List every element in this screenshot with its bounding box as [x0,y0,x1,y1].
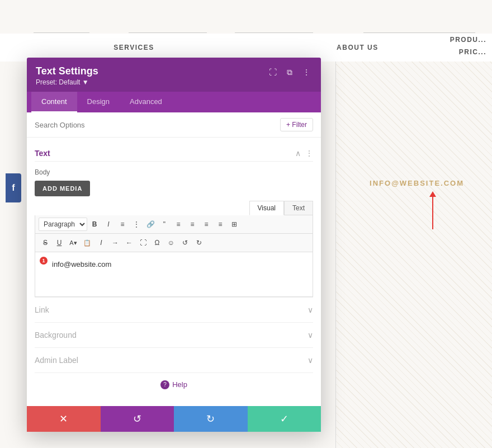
deco-line-3 [235,32,313,33]
emoji-button[interactable]: ☺ [164,236,178,249]
admin-label-section[interactable]: Admin Label ∨ [35,347,313,372]
facebook-icon[interactable]: f [6,173,21,202]
fullscreen2-button[interactable]: ⛶ [136,236,150,249]
editor-text-content: info@website.com [52,260,307,268]
deco-line-2 [129,32,207,33]
background-chevron-icon: ∨ [308,331,313,339]
preset-suffix: ▼ [80,78,88,86]
nav-item-about: ABOUT US [337,39,379,56]
ordered-list-button[interactable]: ⋮ [130,218,143,231]
admin-label-section-label: Admin Label [35,356,78,365]
more-icon[interactable]: ⋮ [301,67,312,78]
tab-advanced[interactable]: Advanced [120,92,172,112]
redo-button[interactable]: ↻ [174,406,248,432]
editor-tab-text[interactable]: Text [284,201,313,215]
split-icon[interactable]: ⧉ [284,67,295,78]
help-area: ? Help [35,372,313,397]
table-button[interactable]: ⊞ [228,218,241,231]
arrow-head [429,191,436,197]
link-section[interactable]: Link ∨ [35,297,313,322]
link-chevron-icon: ∨ [308,305,313,314]
email-display: INFO@WEBSITE.COM [370,179,464,187]
italic2-button[interactable]: I [94,236,108,249]
modal-panel: Text Settings Preset: Default ▼ ⛶ ⧉ ⋮ Co… [27,58,321,432]
editor-area[interactable]: 1 info@website.com [35,252,313,297]
save-button[interactable]: ✓ [248,406,321,432]
nav-item-services: SERVICES [113,39,154,56]
filter-button[interactable]: + Filter [280,118,313,131]
text-section-header[interactable]: Text ∧ ⋮ [35,145,313,161]
deco-line-1 [34,32,89,33]
text-section: Text ∧ ⋮ Body ADD MEDIA Visual Text Para… [35,145,313,297]
strikethrough-button[interactable]: S [39,236,52,249]
outdent-button[interactable]: ← [122,236,136,249]
nav-pric: PRIC... [450,46,486,58]
modal-header-icons: ⛶ ⧉ ⋮ [267,67,312,78]
cancel-button[interactable]: ✕ [27,406,101,432]
background-section[interactable]: Background ∨ [35,322,313,347]
editor-toolbar-row1: Paragraph B I ≡ ⋮ 🔗 " ≡ ≡ ≡ ≡ ⊞ [35,215,313,234]
tab-design[interactable]: Design [77,92,120,112]
preset-label: Preset: [36,78,57,86]
help-button[interactable]: ? Help [160,380,187,389]
help-icon: ? [160,380,169,389]
nav-right: PRODU... PRIC... [450,34,486,58]
arrow-line [432,196,433,229]
unordered-list-button[interactable]: ≡ [116,218,129,231]
modal-title: Text Settings [36,65,98,77]
modal-header: Text Settings Preset: Default ▼ ⛶ ⧉ ⋮ [27,58,321,92]
align-left-button[interactable]: ≡ [172,218,185,231]
modal-title-group: Text Settings Preset: Default ▼ [36,65,98,86]
preset-value[interactable]: Default [59,78,80,86]
text-color-button[interactable]: A▾ [67,236,80,249]
editor-tab-visual[interactable]: Visual [249,201,284,215]
special-char-button[interactable]: Ω [150,236,164,249]
link-button[interactable]: 🔗 [144,218,157,231]
modal-footer: ✕ ↺ ↻ ✓ [27,406,321,432]
section-header-icons: ∧ ⋮ [295,149,313,158]
justify-button[interactable]: ≡ [214,218,227,231]
bold-button[interactable]: B [88,218,101,231]
body-field-label: Body [35,168,313,176]
undo-editor-button[interactable]: ↺ [178,236,192,249]
editor-tabs: Visual Text [35,201,313,215]
chevron-up-icon[interactable]: ∧ [295,149,301,158]
search-input[interactable] [35,121,276,129]
section-divider [35,161,313,162]
paste-text-button[interactable]: 📋 [81,236,94,249]
blockquote-button[interactable]: " [158,218,171,231]
paragraph-select[interactable]: Paragraph [39,218,87,231]
modal-preset: Preset: Default ▼ [36,78,98,86]
add-media-button[interactable]: ADD MEDIA [35,181,90,196]
tab-content[interactable]: Content [31,92,77,112]
admin-label-chevron-icon: ∨ [308,356,313,365]
editor-toolbar-row2: S U A▾ 📋 I → ← ⛶ Ω ☺ ↺ ↻ [35,234,313,252]
red-arrow [432,196,433,229]
hatch-pattern [335,62,492,448]
text-section-title: Text [35,149,50,158]
redo-editor-button[interactable]: ↻ [192,236,206,249]
underline-button[interactable]: U [53,236,66,249]
italic-button[interactable]: I [102,218,115,231]
search-bar: + Filter [27,112,321,138]
modal-content: Text ∧ ⋮ Body ADD MEDIA Visual Text Para… [27,138,321,406]
align-center-button[interactable]: ≡ [186,218,199,231]
nav-produ: PRODU... [450,34,486,46]
fullscreen-icon[interactable]: ⛶ [267,67,278,78]
deco-line-4 [363,32,475,33]
editor-cursor-badge: 1 [40,257,48,265]
align-right-button[interactable]: ≡ [200,218,213,231]
link-section-label: Link [35,305,49,314]
undo-button[interactable]: ↺ [101,406,174,432]
text-section-more-icon[interactable]: ⋮ [305,149,313,158]
background-section-label: Background [35,331,77,339]
modal-tabs: Content Design Advanced [27,92,321,112]
indent-button[interactable]: → [108,236,122,249]
help-label: Help [172,380,187,389]
